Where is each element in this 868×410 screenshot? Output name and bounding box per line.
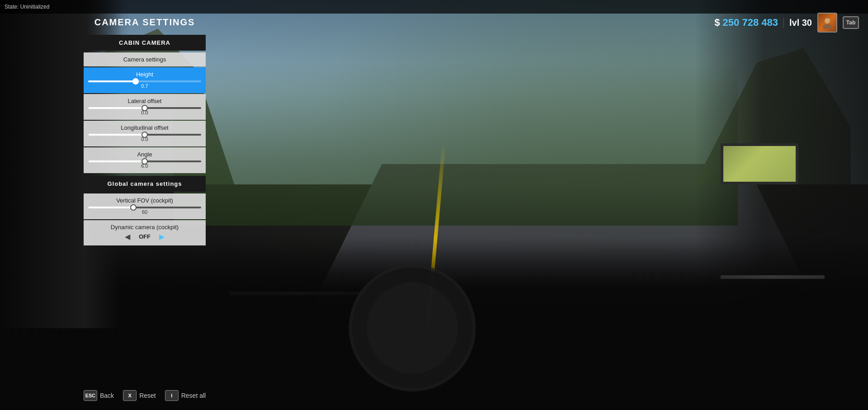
panel-title: CAMERA SETTINGS xyxy=(84,17,206,28)
vertical-fov-slider-thumb[interactable] xyxy=(130,204,137,211)
longitudinal-offset-slider-track xyxy=(88,134,201,136)
lateral-offset-item[interactable]: Lateral offset 0.0 xyxy=(84,94,206,120)
longitudinal-offset-slider-thumb[interactable] xyxy=(142,132,148,138)
angle-slider-fill xyxy=(88,160,145,162)
longitudinal-offset-slider-container[interactable]: 0.0 xyxy=(88,134,201,142)
lateral-offset-slider-thumb[interactable] xyxy=(142,105,148,111)
reset-key-badge: X xyxy=(123,390,137,401)
lateral-offset-label: Lateral offset xyxy=(88,98,201,104)
reset-label: Reset xyxy=(139,392,156,399)
level-display: lvl 30 xyxy=(783,18,812,28)
angle-item[interactable]: Angle 6.0 xyxy=(84,147,206,173)
lateral-offset-slider-track xyxy=(88,107,201,109)
cabin-camera-header: CABIN CAMERA xyxy=(84,35,206,51)
top-state-bar: State: Uninitialized xyxy=(0,0,868,14)
dynamic-camera-left-arrow[interactable]: ◀ xyxy=(123,232,132,241)
back-label: Back xyxy=(100,392,114,399)
avatar xyxy=(817,13,837,33)
longitudinal-offset-slider-fill xyxy=(88,134,145,136)
svg-point-1 xyxy=(823,24,832,29)
longitudinal-offset-label: Longitudinal offset xyxy=(88,124,201,131)
hud-top-right: $ 250 728 483 lvl 30 Tab xyxy=(714,13,859,33)
height-label: Height xyxy=(88,71,201,78)
angle-slider-thumb[interactable] xyxy=(142,158,148,165)
angle-slider-container[interactable]: 6.0 xyxy=(88,160,201,169)
left-panel: CAMERA SETTINGS CABIN CAMERA Camera sett… xyxy=(84,13,206,246)
reset-all-control[interactable]: I Reset all xyxy=(165,390,206,401)
money-amount: 250 728 483 xyxy=(723,17,778,28)
bottom-controls: ESC Back X Reset I Reset all xyxy=(84,390,206,401)
lateral-offset-slider-fill xyxy=(88,107,145,109)
back-control[interactable]: ESC Back xyxy=(84,390,114,401)
tab-key-badge[interactable]: Tab xyxy=(843,16,859,29)
vertical-fov-slider-container[interactable]: 60 xyxy=(88,207,201,215)
dynamic-camera-label: Dynamic camera (cockpit) xyxy=(88,224,201,231)
state-label: State: Uninitialized xyxy=(5,4,49,10)
lateral-offset-slider-container[interactable]: 0.0 xyxy=(88,107,201,115)
height-slider-value: 0.7 xyxy=(88,83,201,89)
camera-settings-label: Camera settings xyxy=(123,56,166,63)
back-key-badge: ESC xyxy=(84,390,97,401)
dynamic-camera-item[interactable]: Dynamic camera (cockpit) ◀ OFF ▶ xyxy=(84,220,206,245)
reset-control[interactable]: X Reset xyxy=(123,390,156,401)
longitudinal-offset-item[interactable]: Longitudinal offset 0.0 xyxy=(84,121,206,146)
angle-label: Angle xyxy=(88,151,201,158)
dynamic-camera-right-arrow[interactable]: ▶ xyxy=(157,232,166,241)
vertical-fov-label: Vertical FOV (cockpit) xyxy=(88,197,201,204)
height-slider-fill xyxy=(88,80,136,82)
height-slider-container[interactable]: 0.7 xyxy=(88,80,201,89)
money-display: $ 250 728 483 xyxy=(714,17,778,28)
reset-all-key-badge: I xyxy=(165,390,179,401)
height-slider-track xyxy=(88,80,201,82)
vertical-fov-slider-value: 60 xyxy=(88,209,201,215)
svg-point-0 xyxy=(825,18,830,24)
vertical-fov-slider-track xyxy=(88,207,201,208)
vertical-fov-slider-fill xyxy=(88,207,133,208)
dynamic-camera-value: OFF xyxy=(136,233,154,240)
reset-all-label: Reset all xyxy=(181,392,206,399)
global-camera-header: Global camera settings xyxy=(84,176,206,192)
angle-slider-track xyxy=(88,160,201,162)
vertical-fov-item[interactable]: Vertical FOV (cockpit) 60 xyxy=(84,193,206,219)
rearview-mirror xyxy=(721,143,799,184)
height-item[interactable]: Height 0.7 xyxy=(84,67,206,93)
dynamic-camera-toggle-row: ◀ OFF ▶ xyxy=(88,232,201,241)
currency-symbol: $ xyxy=(714,17,720,28)
height-slider-thumb[interactable] xyxy=(132,78,139,85)
camera-settings-item[interactable]: Camera settings xyxy=(84,52,206,66)
